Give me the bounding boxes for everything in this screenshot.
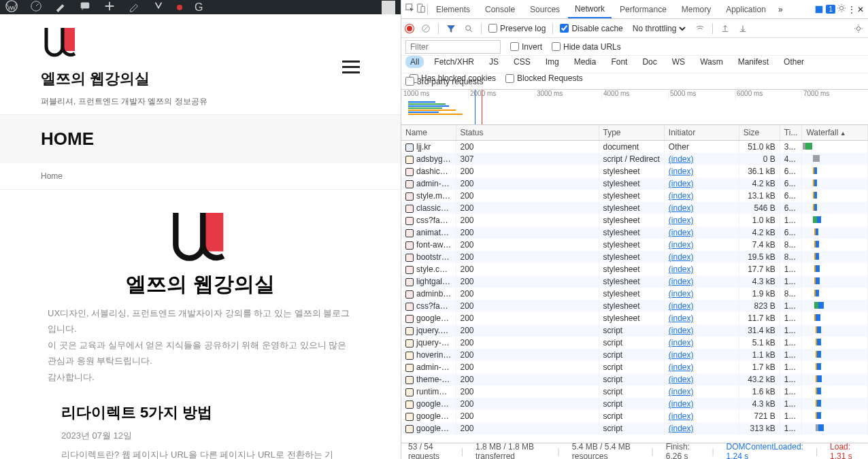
user-avatar[interactable]: [382, 1, 395, 14]
menu-button[interactable]: [342, 61, 360, 73]
tab-performance[interactable]: Performance: [613, 0, 673, 18]
initiator-link[interactable]: (index): [669, 350, 694, 360]
yoast-icon[interactable]: [152, 0, 165, 14]
column-status[interactable]: Status: [456, 125, 599, 141]
type-media[interactable]: Media: [569, 56, 601, 68]
column-waterfall[interactable]: Waterfall ▲: [802, 125, 868, 141]
kebab-icon[interactable]: ⋮: [848, 5, 856, 14]
tab-console[interactable]: Console: [478, 0, 522, 18]
column-name[interactable]: Name: [401, 125, 456, 141]
table-row[interactable]: googlesite...200script(index)313 kB1...: [401, 422, 868, 435]
column-initiator[interactable]: Initiator: [664, 125, 739, 141]
clear-icon[interactable]: [420, 23, 431, 34]
close-icon[interactable]: ✕: [857, 5, 864, 14]
table-row[interactable]: admin-bar....200script(index)1.7 kB1...: [401, 361, 868, 373]
upload-icon[interactable]: [720, 23, 731, 34]
initiator-link[interactable]: (index): [669, 154, 694, 164]
disable-cache-checkbox[interactable]: Disable cache: [560, 24, 622, 33]
table-row[interactable]: bootstrap....200stylesheet(index)19.5 kB…: [401, 251, 868, 263]
device-toggle-icon[interactable]: [416, 3, 426, 15]
post-title[interactable]: 리다이렉트 5가지 방법: [61, 403, 339, 423]
type-all[interactable]: All: [405, 56, 424, 68]
new-icon[interactable]: [103, 0, 116, 14]
breadcrumb[interactable]: Home: [0, 163, 401, 190]
initiator-link[interactable]: (index): [669, 411, 694, 421]
initiator-link[interactable]: (index): [669, 313, 694, 323]
column-size[interactable]: Size: [739, 125, 780, 141]
site-title[interactable]: 엘쯔의 웹강의실: [41, 69, 207, 89]
table-row[interactable]: googlesite...200script(index)4.3 kB1...: [401, 398, 868, 410]
type-font[interactable]: Font: [606, 56, 632, 68]
initiator-link[interactable]: (index): [669, 362, 694, 372]
timeline-overview[interactable]: 1000 ms2000 ms3000 ms4000 ms5000 ms6000 …: [401, 90, 868, 125]
wp-admin-bar[interactable]: G: [0, 0, 401, 14]
type-ws[interactable]: WS: [667, 56, 690, 68]
initiator-link[interactable]: (index): [669, 375, 694, 384]
initiator-link[interactable]: (index): [669, 338, 694, 347]
table-row[interactable]: animate.mi...200stylesheet(index)4.2 kB6…: [401, 226, 868, 239]
invert-checkbox[interactable]: Invert: [510, 42, 542, 52]
table-row[interactable]: googlesite...200stylesheet(index)11.7 kB…: [401, 312, 868, 324]
initiator-link[interactable]: (index): [669, 424, 694, 433]
table-row[interactable]: css?family...200stylesheet(index)823 B1.…: [401, 300, 868, 312]
table-row[interactable]: css?family...200stylesheet(index)1.0 kB1…: [401, 214, 868, 226]
initiator-link[interactable]: (index): [669, 203, 694, 213]
tab-application[interactable]: Application: [719, 0, 773, 18]
type-manifest[interactable]: Manifest: [733, 56, 773, 68]
column-type[interactable]: Type: [599, 125, 664, 141]
wordpress-icon[interactable]: [5, 0, 18, 14]
type-doc[interactable]: Doc: [637, 56, 661, 68]
issues-icon[interactable]: 1: [814, 5, 835, 14]
filter-icon[interactable]: [446, 23, 456, 34]
preserve-log-checkbox[interactable]: Preserve log: [488, 24, 546, 33]
type-wasm[interactable]: Wasm: [695, 56, 728, 68]
comments-icon[interactable]: [79, 0, 91, 14]
initiator-link[interactable]: (index): [669, 228, 694, 237]
tab-network[interactable]: Network: [568, 0, 612, 18]
initiator-link[interactable]: (index): [669, 179, 694, 188]
table-row[interactable]: dashicons...200stylesheet(index)36.1 kB6…: [401, 165, 868, 177]
table-row[interactable]: style.css?ve...200stylesheet(index)17.7 …: [401, 263, 868, 275]
inspect-icon[interactable]: [405, 3, 415, 15]
type-img[interactable]: Img: [541, 56, 564, 68]
initiator-link[interactable]: (index): [669, 216, 694, 225]
initiator-link[interactable]: (index): [669, 240, 694, 250]
edit-icon[interactable]: [128, 0, 140, 14]
initiator-link[interactable]: (index): [669, 277, 694, 286]
search-icon[interactable]: [463, 23, 474, 34]
initiator-link[interactable]: (index): [669, 399, 694, 409]
initiator-link[interactable]: (index): [669, 167, 694, 176]
network-settings-icon[interactable]: [853, 23, 864, 34]
customize-icon[interactable]: [54, 0, 67, 14]
wifi-icon[interactable]: [695, 23, 705, 34]
column-ti[interactable]: Ti...: [780, 125, 802, 141]
initiator-link[interactable]: (index): [669, 191, 694, 201]
table-row[interactable]: jquery-mig...200script(index)5.1 kB1...: [401, 337, 868, 349]
throttling-select[interactable]: No throttling: [630, 23, 688, 34]
google-icon[interactable]: G: [195, 1, 203, 14]
table-row[interactable]: theme-all....200script(index)43.2 kB1...: [401, 373, 868, 386]
table-row[interactable]: style.min.cs...200stylesheet(index)13.1 …: [401, 190, 868, 202]
type-js[interactable]: JS: [484, 56, 503, 68]
table-row[interactable]: adminbar-...200stylesheet(index)1.9 kB8.…: [401, 288, 868, 300]
initiator-link[interactable]: (index): [669, 265, 694, 274]
type-css[interactable]: CSS: [509, 56, 535, 68]
initiator-link[interactable]: (index): [669, 326, 694, 335]
filter-input[interactable]: [405, 40, 501, 54]
table-row[interactable]: runtime-84...200script(index)1.6 kB1...: [401, 386, 868, 398]
table-row[interactable]: jquery.min...200script(index)31.4 kB1...: [401, 324, 868, 337]
dashboard-icon[interactable]: [30, 0, 42, 14]
network-table[interactable]: NameStatusTypeInitiatorSizeTi...Waterfal…: [401, 125, 868, 443]
type-other[interactable]: Other: [779, 56, 809, 68]
initiator-link[interactable]: (index): [669, 289, 694, 299]
tab-elements[interactable]: Elements: [429, 0, 477, 18]
hide-data-urls-checkbox[interactable]: Hide data URLs: [552, 42, 621, 52]
type-fetch-xhr[interactable]: Fetch/XHR: [429, 56, 479, 68]
site-logo[interactable]: [41, 27, 207, 58]
tab-memory[interactable]: Memory: [675, 0, 718, 18]
third-party-checkbox[interactable]: 3rd-party requests: [405, 77, 483, 86]
record-button[interactable]: [405, 24, 414, 33]
initiator-link[interactable]: (index): [669, 387, 694, 396]
initiator-link[interactable]: (index): [669, 301, 694, 311]
table-row[interactable]: lightgallery...200stylesheet(index)4.3 k…: [401, 275, 868, 288]
